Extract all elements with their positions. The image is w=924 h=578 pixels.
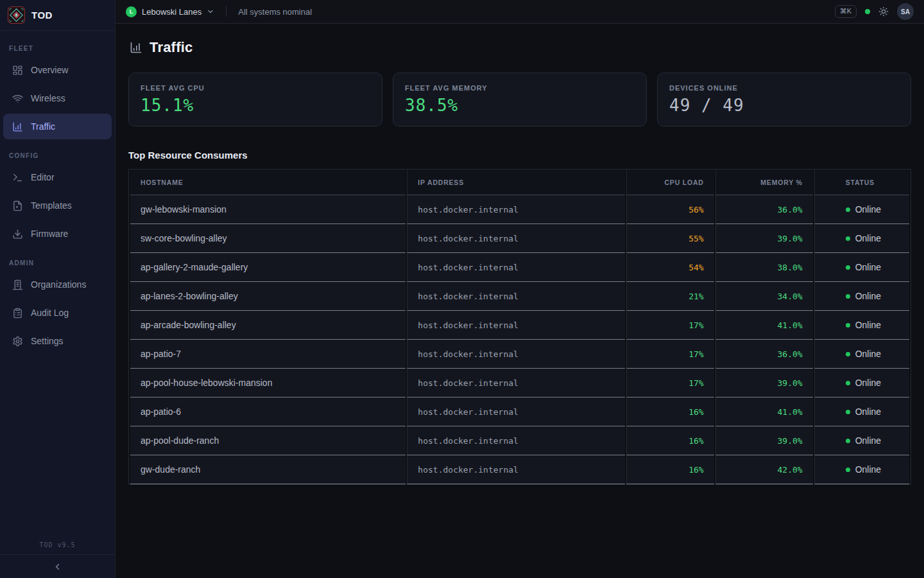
main-area: L Lebowski Lanes All systems nominal ⌘K … xyxy=(116,0,924,578)
table-header-row: HOSTNAME IP ADDRESS CPU LOAD MEMORY % ST… xyxy=(130,170,909,195)
grid-icon xyxy=(12,65,23,76)
stat-card-fleet-avg-memory: FLEET AVG MEMORY 38.5% xyxy=(393,73,647,127)
stat-value: 15.1% xyxy=(141,96,370,115)
sidebar-item-firmware[interactable]: Firmware xyxy=(3,221,112,247)
table-row[interactable]: ap-patio-6 host.docker.internal 16% 41.0… xyxy=(130,398,909,426)
org-switcher[interactable]: L Lebowski Lanes xyxy=(126,6,214,17)
hostname-cell: ap-patio-6 xyxy=(130,398,406,426)
table-row[interactable]: gw-lebowski-mansion host.docker.internal… xyxy=(130,195,909,224)
status-cell: Online xyxy=(814,282,909,311)
table-row[interactable]: ap-gallery-2-maude-gallery host.docker.i… xyxy=(130,253,909,282)
cpu-cell: 17% xyxy=(626,340,714,369)
file-icon xyxy=(12,200,23,211)
table-row[interactable]: gw-dude-ranch host.docker.internal 16% 4… xyxy=(130,455,909,484)
table-row[interactable]: sw-core-bowling-alley host.docker.intern… xyxy=(130,224,909,253)
table-row[interactable]: ap-lanes-2-bowling-alley host.docker.int… xyxy=(130,282,909,311)
download-icon xyxy=(12,229,23,240)
ip-cell: host.docker.internal xyxy=(407,369,625,398)
bar-chart-icon xyxy=(12,121,23,132)
sidebar-item-traffic[interactable]: Traffic xyxy=(3,114,112,139)
clipboard-icon xyxy=(12,308,23,319)
column-header-cpu: CPU LOAD xyxy=(626,170,714,195)
memory-cell: 42.0% xyxy=(715,455,813,484)
user-avatar[interactable]: SA xyxy=(897,3,914,20)
status-cell: Online xyxy=(814,426,909,455)
online-dot xyxy=(846,265,850,270)
bar-chart-icon xyxy=(130,41,142,54)
memory-cell: 41.0% xyxy=(715,398,813,426)
status-cell: Online xyxy=(814,224,909,253)
gear-icon xyxy=(12,336,23,347)
cpu-cell: 16% xyxy=(626,426,714,455)
memory-cell: 39.0% xyxy=(715,369,813,398)
command-palette-shortcut[interactable]: ⌘K xyxy=(835,5,857,18)
app-logo-row[interactable]: TOD xyxy=(0,0,115,31)
sidebar-footer: TOD v9.5 xyxy=(0,541,115,578)
app-logo-icon xyxy=(8,6,25,24)
ip-cell: host.docker.internal xyxy=(407,426,625,455)
ip-cell: host.docker.internal xyxy=(407,455,625,484)
hostname-cell: ap-lanes-2-bowling-alley xyxy=(130,282,406,311)
online-dot xyxy=(846,294,850,299)
ip-cell: host.docker.internal xyxy=(407,224,625,253)
table-row[interactable]: ap-arcade-bowling-alley host.docker.inte… xyxy=(130,311,909,340)
memory-cell: 41.0% xyxy=(715,311,813,340)
nav-section-label: FLEET xyxy=(9,45,115,52)
sidebar-collapse-button[interactable] xyxy=(0,554,115,578)
sidebar-item-overview[interactable]: Overview xyxy=(3,57,112,83)
app-version: TOD v9.5 xyxy=(0,541,115,554)
nav-section-label: ADMIN xyxy=(9,259,115,267)
hostname-cell: sw-core-bowling-alley xyxy=(130,224,406,253)
sidebar-item-settings[interactable]: Settings xyxy=(3,328,112,354)
hostname-cell: ap-arcade-bowling-alley xyxy=(130,311,406,340)
sidebar-item-templates[interactable]: Templates xyxy=(3,193,112,218)
org-avatar: L xyxy=(126,6,137,17)
table-row[interactable]: ap-patio-7 host.docker.internal 17% 36.0… xyxy=(130,340,909,369)
app-name: TOD xyxy=(31,10,53,21)
stat-value: 38.5% xyxy=(405,96,635,115)
online-dot xyxy=(846,410,850,414)
memory-cell: 39.0% xyxy=(715,224,813,253)
memory-cell: 39.0% xyxy=(715,426,813,455)
sidebar-item-label: Settings xyxy=(31,336,64,346)
memory-cell: 36.0% xyxy=(715,340,813,369)
column-header-status: STATUS xyxy=(814,170,909,195)
sidebar-item-label: Audit Log xyxy=(31,308,69,318)
cpu-cell: 17% xyxy=(626,369,714,398)
hostname-cell: gw-dude-ranch xyxy=(130,455,406,484)
sidebar-item-label: Overview xyxy=(31,65,68,75)
sidebar-item-editor[interactable]: Editor xyxy=(3,164,112,190)
hostname-cell: ap-gallery-2-maude-gallery xyxy=(130,253,406,282)
cpu-cell: 16% xyxy=(626,455,714,484)
top-consumers-table: HOSTNAME IP ADDRESS CPU LOAD MEMORY % ST… xyxy=(128,169,911,485)
online-dot xyxy=(846,207,850,212)
online-dot xyxy=(846,352,850,356)
table-row[interactable]: ap-pool-house-lebowski-mansion host.dock… xyxy=(130,369,909,398)
stat-label: FLEET AVG MEMORY xyxy=(405,84,635,92)
memory-cell: 36.0% xyxy=(715,195,813,224)
ip-cell: host.docker.internal xyxy=(407,398,625,426)
page-title-row: Traffic xyxy=(130,39,911,56)
stat-cards: FLEET AVG CPU 15.1% FLEET AVG MEMORY 38.… xyxy=(128,73,911,127)
hostname-cell: ap-pool-dude-ranch xyxy=(130,426,406,455)
status-cell: Online xyxy=(814,369,909,398)
sidebar-item-wireless[interactable]: Wireless xyxy=(3,85,112,111)
stat-card-devices-online: DEVICES ONLINE 49 / 49 xyxy=(657,73,911,127)
sidebar-item-audit-log[interactable]: Audit Log xyxy=(3,300,112,326)
status-cell: Online xyxy=(814,340,909,369)
sun-icon[interactable] xyxy=(878,6,889,17)
sidebar-item-organizations[interactable]: Organizations xyxy=(3,272,112,297)
org-name: Lebowski Lanes xyxy=(142,7,201,17)
health-indicator-dot xyxy=(865,9,870,14)
stat-value: 49 / 49 xyxy=(669,96,899,115)
sidebar-item-label: Traffic xyxy=(31,121,55,132)
ip-cell: host.docker.internal xyxy=(407,282,625,311)
stat-card-fleet-avg-cpu: FLEET AVG CPU 15.1% xyxy=(128,73,382,127)
sidebar-item-label: Editor xyxy=(31,172,55,182)
online-dot xyxy=(846,439,850,443)
column-header-memory: MEMORY % xyxy=(715,170,813,195)
table-row[interactable]: ap-pool-dude-ranch host.docker.internal … xyxy=(130,426,909,455)
topbar-divider xyxy=(226,6,227,17)
sidebar-item-label: Templates xyxy=(31,200,72,211)
table-title: Top Resource Consumers xyxy=(128,150,911,161)
